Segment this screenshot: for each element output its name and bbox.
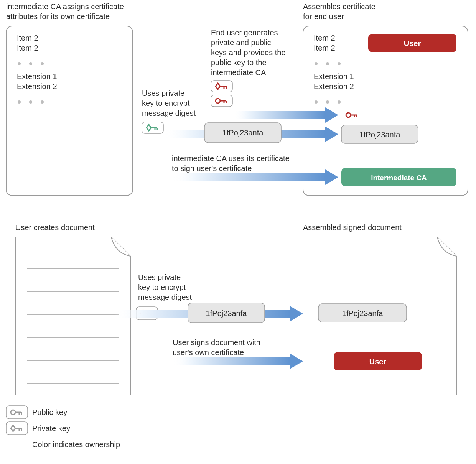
- enduser-text-5: intermediate CA: [211, 68, 266, 77]
- enduser-text-3: keys and provides the: [211, 48, 286, 57]
- right-cert-item-a: Item 2: [314, 34, 335, 42]
- dot: [18, 100, 21, 104]
- svg-rect-17: [173, 357, 290, 365]
- bottom-right-title: Assembled signed document: [303, 223, 402, 232]
- top-right-title-2: for end user: [303, 12, 344, 21]
- legend-public-label: Public key: [32, 408, 67, 416]
- ica-uses-2: to sign user's certificate: [172, 164, 252, 173]
- uses-private-1: Uses private: [142, 89, 184, 97]
- svg-rect-9: [172, 173, 325, 181]
- dot: [18, 62, 21, 65]
- ica-uses-1: intermediate CA uses its certificate: [172, 154, 290, 163]
- uses-private-b3: message digest: [138, 293, 192, 301]
- right-cert-ext-a: Extension 1: [314, 72, 354, 81]
- user-badge-label: User: [404, 39, 421, 48]
- svg-rect-7: [233, 111, 325, 119]
- legend-private-label: Private key: [32, 424, 70, 433]
- user-badge-bottom-label: User: [369, 357, 387, 366]
- top-left-title-2: attributes for its own certificate: [6, 12, 110, 21]
- dot: [326, 62, 329, 65]
- digest-text-mid-top: 1fPoj23anfa: [222, 128, 264, 137]
- legend-ownership: Color indicates ownership: [32, 440, 120, 449]
- uses-private-2: key to encrypt: [142, 99, 190, 107]
- enduser-text-4: public key to the: [211, 58, 267, 67]
- bottom-left-title: User creates document: [15, 223, 95, 232]
- dot: [338, 62, 341, 65]
- right-cert-ext-b: Extension 2: [314, 82, 354, 90]
- dot: [29, 62, 32, 65]
- ica-badge-label: intermediate CA: [371, 174, 427, 182]
- digest-text-right-top: 1fPoj23anfa: [359, 130, 401, 139]
- dot: [315, 62, 318, 65]
- enduser-text-2: private and public: [211, 38, 271, 47]
- left-cert-ext-a: Extension 1: [17, 72, 57, 81]
- user-signs-1: User signs document with: [173, 338, 260, 347]
- dot: [29, 100, 32, 104]
- right-cert-item-b: Item 2: [314, 44, 335, 52]
- dot: [338, 100, 341, 104]
- digest-text-mid-bottom: 1fPoj23anfa: [206, 309, 247, 318]
- uses-private-b2: key to encrypt: [138, 283, 186, 291]
- dot: [41, 100, 44, 104]
- dot: [41, 62, 44, 65]
- user-signs-2: user's own certificate: [173, 348, 244, 357]
- enduser-text-1: End user generates: [211, 28, 278, 37]
- top-left-title-1: intermediate CA assigns certificate: [6, 2, 124, 11]
- uses-private-b1: Uses private: [138, 273, 181, 281]
- dot: [315, 100, 318, 104]
- top-right-title-1: Assembles certificate: [303, 2, 376, 11]
- dot: [326, 100, 329, 104]
- left-cert-item-a: Item 2: [17, 34, 38, 42]
- left-document: [15, 237, 130, 395]
- uses-private-3: message digest: [142, 109, 196, 117]
- left-cert-ext-b: Extension 2: [17, 82, 57, 90]
- digest-text-right-bottom: 1fPoj23anfa: [342, 309, 384, 318]
- left-cert-item-b: Item 2: [17, 44, 38, 52]
